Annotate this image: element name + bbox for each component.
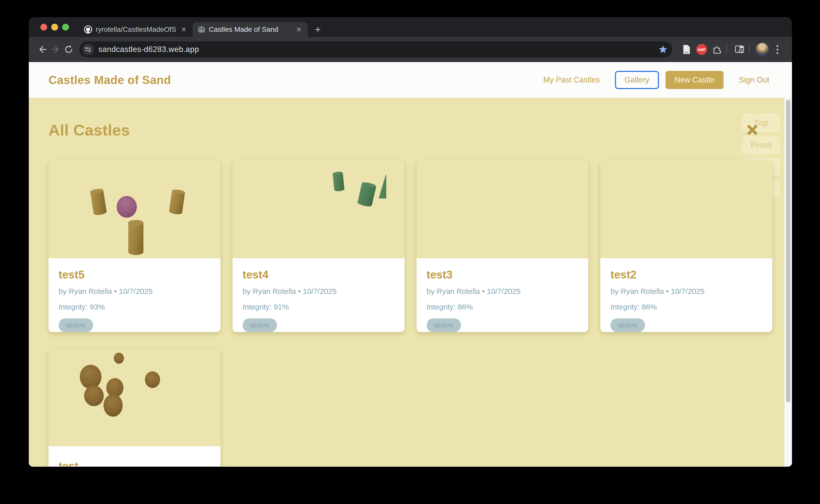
close-panel-icon[interactable] [747,124,758,136]
brown-sphere [145,371,160,388]
bookmark-star-icon[interactable] [658,45,668,54]
site-header: Castles Made of Sand My Past Castles Gal… [29,62,792,98]
castle-grid: test5 by Ryan Rotella • 10/7/2025 Integr… [48,161,772,466]
toolbar-divider [726,44,727,54]
site-nav: My Past Castles Gallery New Castle Sign … [543,71,769,89]
castle-byline: by Ryan Rotella • 10/7/2025 [427,287,578,296]
castle-preview [233,161,404,258]
tab-close-icon[interactable]: ✕ [179,26,188,34]
site-info-icon[interactable] [82,44,94,55]
new-tab-button[interactable]: + [310,22,325,37]
view-front-ghost-button[interactable]: Front [742,136,780,154]
minimize-window-button[interactable] [51,24,58,31]
window-controls [40,17,79,37]
castle-preview [48,349,221,446]
green-cone [379,174,386,199]
castle-card-test[interactable]: test [48,349,221,466]
close-window-button[interactable] [40,24,47,31]
profile-avatar[interactable] [756,43,768,55]
browser-window: ryrotella/CastlesMadeOfSand ✕ Castles Ma… [29,17,792,467]
castle-byline: by Ryan Rotella • 10/7/2025 [610,287,762,296]
github-icon [84,25,92,34]
web-page: Castles Made of Sand My Past Castles Gal… [29,62,792,467]
castle-byline: by Ryan Rotella • 10/7/2025 [59,287,210,296]
url-text[interactable]: sandcastles-d6283.web.app [98,45,199,54]
tan-cylinder [169,189,185,215]
tab-bar: ryrotella/CastlesMadeOfSand ✕ Castles Ma… [29,17,792,37]
purple-sphere [117,196,137,218]
reload-icon[interactable] [62,43,75,56]
panel-heading: All Castles [48,121,772,139]
scrollbar-track[interactable] [784,98,792,467]
castle-card-test2[interactable]: test2 by Ryan Rotella • 10/7/2025 Integr… [600,161,772,332]
adblock-abp-icon[interactable]: ABP [696,43,708,55]
castle-title: test4 [243,268,394,281]
tan-cylinder [128,220,143,255]
castle-card-test5[interactable]: test5 by Ryan Rotella • 10/7/2025 Integr… [48,161,221,332]
tan-cylinder [90,188,107,216]
green-cylinder [333,172,345,192]
all-castles-panel: Top Front All Castles test5 by Ryan Rote… [29,98,792,466]
new-castle-button[interactable]: New Castle [666,71,724,89]
castle-card-test4[interactable]: test4 by Ryan Rotella • 10/7/2025 Integr… [233,161,404,332]
reading-list-icon[interactable] [681,43,693,55]
castle-preview [48,161,221,258]
screenshot-stage: ryrotella/CastlesMadeOfSand ✕ Castles Ma… [0,0,820,504]
tab-close-icon[interactable]: ✕ [295,26,303,34]
castle-integrity: Integrity: 86% [427,303,578,311]
castle-preview [600,161,772,258]
status-badge: active [427,318,461,332]
brown-sphere [114,353,124,364]
tab-castles-app[interactable]: Castles Made of Sand ✕ [192,22,308,37]
globe-icon [198,26,205,33]
address-bar[interactable]: sandcastles-d6283.web.app [79,41,672,58]
menu-kebab-icon[interactable] [771,43,783,55]
castle-preview [417,161,588,258]
castle-card-test3[interactable]: test3 by Ryan Rotella • 10/7/2025 Integr… [417,161,588,332]
brown-sphere [103,394,123,417]
brown-sphere [80,365,101,389]
status-badge: active [243,318,277,332]
tab-title: Castles Made of Sand [209,25,291,34]
zoom-window-button[interactable] [62,24,69,31]
forward-icon[interactable] [49,43,62,56]
castle-title: test2 [610,268,762,281]
extensions-puzzle-icon[interactable] [711,43,723,55]
castle-integrity: Integrity: 86% [610,303,762,311]
browser-toolbar: sandcastles-d6283.web.app ABP [29,37,792,62]
castle-integrity: Integrity: 93% [59,303,210,311]
status-badge: active [610,318,645,332]
site-title: Castles Made of Sand [48,73,171,87]
castle-title: test3 [427,268,578,281]
castle-title: test5 [59,268,210,281]
green-cylinder [357,182,376,208]
toolbar-divider [749,44,750,54]
tab-title: ryrotella/CastlesMadeOfSand [96,25,176,34]
status-badge: active [59,318,93,332]
tab-github-repo[interactable]: ryrotella/CastlesMadeOfSand ✕ [79,22,192,37]
brown-sphere [84,385,104,406]
castle-byline: by Ryan Rotella • 10/7/2025 [243,287,394,296]
scrollbar-thumb[interactable] [786,100,790,402]
gallery-button[interactable]: Gallery [615,71,659,89]
castle-title: test [59,460,210,466]
tab-inspect-icon[interactable] [733,43,746,55]
back-icon[interactable] [36,43,49,56]
castle-integrity: Integrity: 91% [243,303,394,311]
nav-my-past-castles[interactable]: My Past Castles [543,75,600,85]
sign-out-button[interactable]: Sign Out [739,75,769,85]
